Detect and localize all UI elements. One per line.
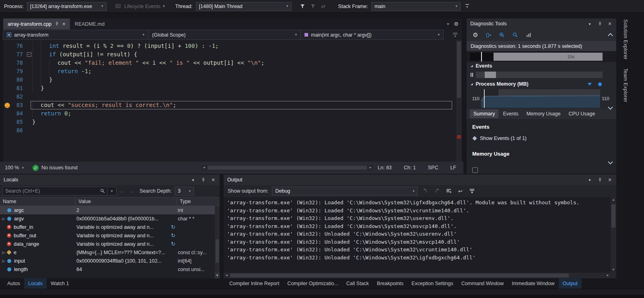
scrollbar-track[interactable] (207, 165, 368, 171)
refresh-icon[interactable]: ↻ (171, 224, 175, 230)
current-statement-icon[interactable]: → (3, 101, 11, 109)
scroll-right-icon[interactable]: ► (368, 165, 373, 171)
panel-tab-watch-1[interactable]: Watch 1 (47, 278, 73, 289)
code-line[interactable]: 78cout << "fail; element " << i << " is … (3, 59, 462, 67)
scrollbar-track[interactable] (229, 273, 605, 278)
code-line[interactable]: 82 (3, 92, 462, 101)
document-list-caret-icon[interactable]: ▾ (447, 22, 449, 26)
panel-tab-autos[interactable]: Autos (3, 278, 24, 289)
scrollbar-thumb[interactable] (230, 273, 569, 277)
zoom-control[interactable]: 100 % ▾ (0, 162, 29, 174)
timeline-chart-icon[interactable] (525, 31, 532, 39)
member-dropdown[interactable]: main(int argc, char * argv[]) ▾ (300, 30, 444, 40)
output-vertical-scrollbar[interactable]: ▲ ▼ (611, 197, 616, 273)
take-snapshot-button[interactable] (472, 167, 611, 173)
locals-row-length[interactable]: length64const unsi... (0, 265, 220, 273)
editor-tab-array-transform-cpp[interactable]: array-transform.cpp× (3, 18, 70, 29)
scroll-up-icon[interactable]: ▲ (611, 197, 616, 203)
pin-icon[interactable] (55, 22, 59, 26)
word-wrap-icon[interactable]: ↩ (456, 187, 464, 195)
panel-tab-locals[interactable]: Locals (24, 278, 47, 289)
clear-all-icon[interactable] (444, 187, 453, 195)
scrollbar-thumb[interactable] (457, 41, 461, 98)
code-line[interactable]: 85} (3, 118, 462, 126)
code-line[interactable]: 77−if (output[i] != result) { (3, 50, 462, 59)
code-line[interactable]: 79return -1; (3, 67, 462, 76)
panel-tab-breakpoints[interactable]: Breakpoints (373, 278, 407, 289)
diag-tab-memory-usage[interactable]: Memory Usage (523, 109, 564, 118)
code-line[interactable]: 84return 0; (3, 109, 462, 118)
window-position-icon[interactable]: ▾ (587, 177, 593, 183)
settings-gear-icon[interactable]: ⚙ (472, 31, 479, 39)
panel-tab-compiler-optimizatio[interactable]: Compiler Optimizatio... (283, 278, 342, 289)
locals-scrollbar[interactable]: ▼ (215, 206, 220, 278)
events-section-header[interactable]: ◢ Events (467, 62, 616, 70)
output-horizontal-scrollbar[interactable]: ◄ ► (224, 273, 611, 278)
process-dropdown[interactable]: [13264] array-transform.exe ▾ (27, 2, 107, 11)
code-line[interactable]: 86 (3, 126, 462, 135)
pin-icon[interactable] (597, 21, 603, 27)
search-back-icon[interactable]: ← (119, 188, 126, 194)
search-icon[interactable] (98, 187, 107, 195)
locals-row-buffer-in[interactable]: ×buffer_inVariable is optimized away and… (0, 223, 220, 231)
settings-gear-icon[interactable]: ⚙ (454, 21, 459, 27)
project-dropdown[interactable]: array-transform ▾ (3, 30, 148, 40)
breakpoint-margin[interactable] (3, 67, 11, 76)
panel-tab-output[interactable]: Output (559, 278, 582, 289)
scroll-right-icon[interactable]: ► (605, 273, 611, 278)
locals-row-data-range[interactable]: ×data_rangeVariable is optimized away an… (0, 240, 220, 248)
expander-icon[interactable]: ▷ (1, 251, 6, 255)
scrollbar-thumb[interactable] (216, 239, 219, 263)
column-header-name[interactable]: Name (0, 197, 76, 206)
search-depth-dropdown[interactable]: 3 ▾ (175, 187, 194, 195)
breakpoint-margin[interactable] (3, 50, 11, 59)
breakpoint-margin[interactable] (3, 92, 11, 101)
show-threads-in-source-icon[interactable]: ⇄ (320, 3, 327, 10)
stack-frame-dropdown[interactable]: main ▾ (371, 2, 461, 11)
side-tab-solution-explorer[interactable]: Solution Explorer (623, 19, 628, 60)
breakpoint-margin[interactable] (3, 76, 11, 84)
expander-icon[interactable]: ▷ (1, 217, 6, 221)
toolbar-overflow-button[interactable]: ▾ (465, 4, 469, 9)
pin-icon[interactable] (200, 177, 206, 183)
timeline-selection[interactable] (494, 53, 603, 61)
code-line[interactable]: 81} (3, 84, 462, 92)
split-editor-icon[interactable] (453, 32, 462, 37)
expander-icon[interactable]: ▷ (1, 259, 6, 263)
breakpoint-margin[interactable] (3, 59, 11, 67)
editor-tab-readme-md[interactable]: README.md (70, 18, 109, 29)
search-input[interactable] (3, 188, 98, 194)
side-tab-team-explorer[interactable]: Team Explorer (623, 68, 628, 103)
pin-icon[interactable] (597, 177, 603, 183)
diag-tab-summary[interactable]: Summary (470, 109, 498, 118)
code-health-indicator[interactable]: ✓ No issues found (29, 162, 82, 174)
locals-row-argc[interactable]: argc2int (0, 206, 220, 214)
code-line[interactable]: →83cout << "success; result is correct.\… (3, 101, 462, 109)
scroll-left-icon[interactable]: ◄ (201, 165, 207, 171)
process-memory-graph[interactable]: 110 110 (467, 88, 616, 109)
events-filter-icon[interactable] (471, 73, 473, 77)
search-forward-icon[interactable]: → (128, 188, 134, 194)
filter-threads-icon[interactable] (299, 3, 306, 10)
output-log[interactable]: 'array-transform.exe' (Win32): Loaded 'C… (224, 197, 611, 273)
breakpoint-margin[interactable] (3, 84, 11, 92)
timeline-track[interactable]: 10s (470, 53, 603, 61)
close-icon[interactable]: × (607, 177, 613, 183)
filter-flagged-icon[interactable] (309, 3, 317, 10)
breakpoint-margin[interactable] (3, 118, 11, 126)
locals-row-buffer-out[interactable]: ×buffer_outVariable is optimized away an… (0, 231, 220, 240)
scroll-down-icon[interactable]: ▼ (611, 267, 616, 273)
scope-dropdown[interactable]: (Global Scope) ▾ (148, 30, 301, 40)
breakpoint-margin[interactable] (3, 109, 11, 118)
toggle-autoscroll-icon[interactable] (468, 187, 476, 195)
show-events-link[interactable]: Show Events (1 of 1) (473, 136, 610, 141)
code-line[interactable]: 76int result = (i % 2 == 0) ? (input[i] … (3, 42, 462, 50)
goto-next-message-icon[interactable] (433, 187, 441, 195)
refresh-icon[interactable]: ↻ (171, 241, 175, 247)
editor-vertical-scrollbar[interactable] (456, 40, 462, 162)
scroll-down-icon[interactable]: ▼ (215, 273, 220, 278)
code-editor[interactable]: 76int result = (i % 2 == 0) ? (input[i] … (3, 40, 462, 162)
refresh-icon[interactable]: ↻ (171, 232, 175, 238)
close-icon[interactable]: × (62, 21, 66, 27)
panel-tab-command-window[interactable]: Command Window (457, 278, 508, 289)
